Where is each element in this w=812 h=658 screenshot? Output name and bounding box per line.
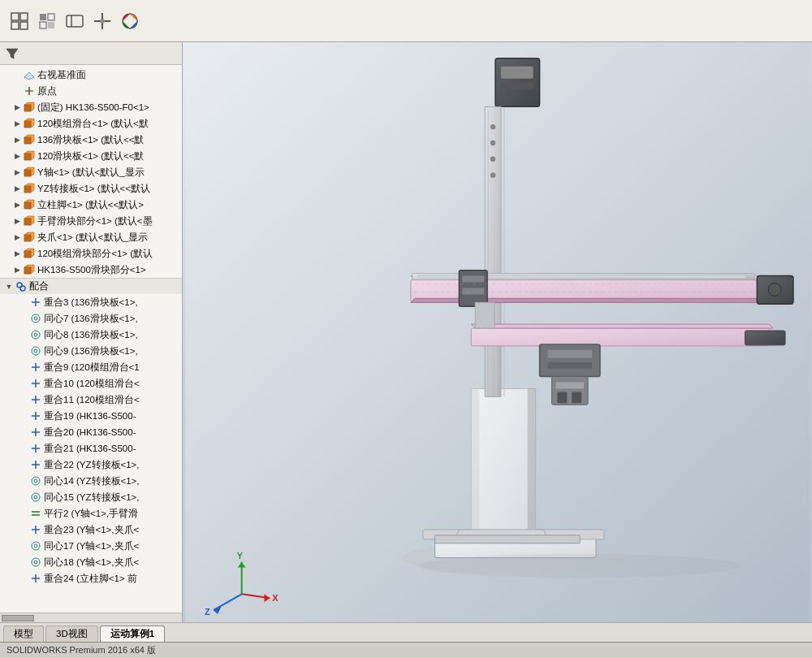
- tree-expander[interactable]: [18, 426, 29, 438]
- tree-expander[interactable]: [18, 475, 29, 487]
- tree-item-origin[interactable]: 原点: [0, 83, 182, 99]
- section-view-button[interactable]: [89, 8, 115, 34]
- tree-expander[interactable]: [18, 573, 29, 584]
- tree-expander[interactable]: [18, 329, 29, 340]
- coincident-icon: [29, 523, 42, 536]
- tree-expander[interactable]: [18, 508, 29, 519]
- tree-item-120mod-slider-part[interactable]: ▶120模组滑块部分<1> (默认: [0, 245, 182, 262]
- tab-3d-view[interactable]: 3D视图: [45, 626, 98, 642]
- tree-expander[interactable]: [18, 443, 29, 454]
- tree-item-label: 同心15 (YZ转接板<1>,: [44, 491, 140, 504]
- tab-motion[interactable]: 运动算例1: [100, 626, 165, 642]
- tree-expander[interactable]: [18, 540, 29, 552]
- tree-expander[interactable]: ▶: [11, 199, 23, 210]
- tree-expander[interactable]: ▶: [11, 232, 23, 243]
- tree-item-mate-coincident3[interactable]: 重合3 (136滑块板<1>,: [0, 294, 182, 310]
- tree-item-mate-coincident24[interactable]: 重合24 (立柱脚<1> 前: [0, 570, 182, 587]
- tree-item-column-foot[interactable]: ▶立柱脚<1> (默认<<默认>: [0, 197, 182, 213]
- tree-expander[interactable]: [18, 297, 29, 308]
- tree-expander[interactable]: ▶: [11, 150, 23, 162]
- tree-item-mate-concentric14[interactable]: 同心14 (YZ转接板<1>,: [0, 473, 182, 489]
- tree-item-label: Y轴<1> (默认<默认_显示: [37, 167, 145, 179]
- svg-rect-94: [471, 388, 479, 534]
- svg-point-129: [490, 157, 495, 162]
- concentric-icon: [29, 539, 42, 552]
- tree-item-label: 重合23 (Y轴<1>,夹爪<: [44, 524, 139, 536]
- tab-model[interactable]: 模型: [3, 626, 44, 642]
- tree-item-label: 重合24 (立柱脚<1> 前: [44, 573, 137, 585]
- tree-expander[interactable]: [18, 313, 29, 324]
- tree-item-mate-concentric8[interactable]: 同心8 (136滑块板<1>,: [0, 327, 182, 343]
- tree-expander[interactable]: ▶: [11, 248, 23, 259]
- tree-item-mate-coincident19[interactable]: 重合19 (HK136-S500-: [0, 408, 182, 424]
- tree-item-120mod-slide[interactable]: ▶120模组滑台<1> (默认<默: [0, 115, 182, 132]
- tree-hscrollbar[interactable]: [0, 613, 182, 622]
- tree-expander[interactable]: [11, 69, 23, 80]
- hide-show-button[interactable]: [62, 8, 88, 34]
- tree-expander[interactable]: ▶: [11, 118, 23, 129]
- tree-expander[interactable]: [18, 378, 29, 389]
- display-style-button[interactable]: [34, 8, 60, 34]
- tree-expander[interactable]: ▶: [11, 215, 23, 227]
- appearance-button[interactable]: [117, 8, 143, 34]
- part-icon: [23, 101, 36, 114]
- tree-item-136-slider[interactable]: ▶136滑块板<1> (默认<<默: [0, 132, 182, 148]
- svg-marker-26: [24, 137, 31, 144]
- tree-expander[interactable]: [18, 361, 29, 373]
- tree-item-label: 同心14 (YZ转接板<1>,: [44, 475, 140, 487]
- part-icon: [23, 166, 36, 179]
- tree-item-yz-adapter[interactable]: ▶YZ转接板<1> (默认<<默认: [0, 180, 182, 197]
- part-icon: [23, 231, 36, 244]
- svg-point-77: [32, 493, 40, 501]
- tree-item-y-axis[interactable]: ▶Y轴<1> (默认<默认_显示: [0, 164, 182, 180]
- svg-rect-1: [20, 13, 28, 20]
- svg-point-59: [32, 347, 40, 355]
- tree-expander[interactable]: ▼: [3, 281, 15, 292]
- 3d-viewport[interactable]: X Y Z: [183, 42, 812, 622]
- tree-item-mate-coincident23[interactable]: 重合23 (Y轴<1>,夹爪<: [0, 522, 182, 538]
- tree-item-mate-concentric18[interactable]: 同心18 (Y轴<1>,夹爪<: [0, 554, 182, 570]
- tree-expander[interactable]: ▶: [11, 134, 23, 145]
- tree-item-arm-slider[interactable]: ▶手臂滑块部分<1> (默认<墨: [0, 213, 182, 229]
- tree-item-mate-concentric17[interactable]: 同心17 (Y轴<1>,夹爪<: [0, 538, 182, 554]
- tree-item-mate-coincident20[interactable]: 重合20 (HK136-S500-: [0, 424, 182, 440]
- tree-item-clamp[interactable]: ▶夹爪<1> (默认<默认_显示: [0, 229, 182, 245]
- tree-expander[interactable]: ▶: [11, 167, 23, 178]
- tree-expander[interactable]: [11, 85, 23, 97]
- svg-marker-109: [471, 324, 773, 328]
- tree-item-mate-coincident21[interactable]: 重合21 (HK136-S500-: [0, 440, 182, 457]
- tree-item-mate-parallel2[interactable]: 平行2 (Y轴<1>,手臂滑: [0, 505, 182, 522]
- tree-expander[interactable]: ▶: [11, 183, 23, 194]
- tree-item-120-slider[interactable]: ▶120滑块板<1> (默认<<默: [0, 148, 182, 164]
- tree-item-mate-coincident10[interactable]: 重合10 (120模组滑台<: [0, 375, 182, 392]
- tree-expander[interactable]: [18, 394, 29, 405]
- main-area: 右视基准面原点▶(固定) HK136-S500-F0<1>▶120模组滑台<1>…: [0, 42, 812, 622]
- tree-expander[interactable]: ▶: [11, 264, 23, 275]
- svg-point-56: [34, 317, 37, 320]
- tree-item-hk136-slider-part[interactable]: ▶HK136-S500滑块部分<1>: [0, 262, 182, 278]
- tree-item-mate-concentric7[interactable]: 同心7 (136滑块板<1>,: [0, 310, 182, 327]
- tree-item-mate-concentric15[interactable]: 同心15 (YZ转接板<1>,: [0, 489, 182, 505]
- view-orientation-button[interactable]: [6, 8, 32, 34]
- tree-item-mate-concentric9[interactable]: 同心9 (136滑块板<1>,: [0, 343, 182, 359]
- concentric-icon: [29, 312, 42, 325]
- svg-marker-14: [6, 49, 18, 58]
- tree-expander[interactable]: [18, 524, 29, 535]
- tree-item-right-plane[interactable]: 右视基准面: [0, 67, 182, 83]
- tree-expander[interactable]: ▶: [11, 102, 23, 113]
- tree-item-hk136[interactable]: ▶(固定) HK136-S500-F0<1>: [0, 99, 182, 115]
- tree-item-mates-section[interactable]: ▼配合: [0, 278, 182, 294]
- feature-tree-body[interactable]: 右视基准面原点▶(固定) HK136-S500-F0<1>▶120模组滑台<1>…: [0, 65, 182, 613]
- tree-expander[interactable]: [18, 410, 29, 422]
- tree-expander[interactable]: [18, 491, 29, 503]
- tree-item-mate-coincident11[interactable]: 重合11 (120模组滑台<: [0, 392, 182, 408]
- tree-expander[interactable]: [18, 556, 29, 568]
- tree-item-label: 同心9 (136滑块板<1>,: [44, 345, 138, 357]
- coincident-icon: [29, 458, 42, 471]
- tree-item-mate-coincident9[interactable]: 重合9 (120模组滑台<1: [0, 359, 182, 375]
- tree-expander[interactable]: [18, 459, 29, 470]
- filter-icon[interactable]: [3, 45, 21, 63]
- tree-expander[interactable]: [18, 345, 29, 357]
- svg-point-60: [34, 349, 37, 353]
- tree-item-mate-coincident22[interactable]: 重合22 (YZ转接板<1>,: [0, 457, 182, 473]
